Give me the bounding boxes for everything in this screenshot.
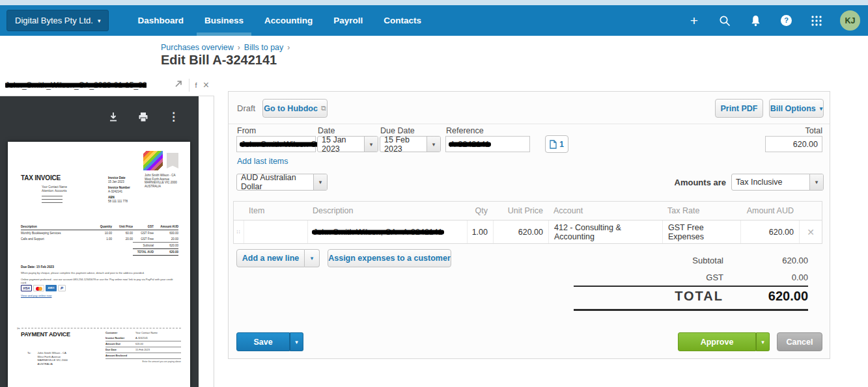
- amex-logo: AMEX: [46, 285, 57, 291]
- currency-select[interactable]: AUD Australian Dollar ▾: [236, 174, 328, 191]
- chevron-down-icon: ▾: [313, 174, 327, 190]
- top-strip: [0, 0, 868, 5]
- save-button[interactable]: Save ▾: [236, 332, 303, 351]
- remove-row-icon[interactable]: ✕: [799, 220, 822, 243]
- search-icon[interactable]: [718, 14, 732, 28]
- total-field[interactable]: 620.00: [765, 136, 822, 152]
- document-preview-panel: John_Smith_Wilson_CA_2023-01-15_62 f × ⋮…: [0, 75, 214, 387]
- invoice-total: TOTAL AUD 620.00: [21, 248, 178, 256]
- ribbon-logo: [167, 153, 178, 168]
- grand-total-label: TOTAL: [574, 289, 723, 304]
- due-date-field[interactable]: 15 Feb 2023 ▾: [380, 136, 441, 152]
- cut-line: ✂: [17, 326, 181, 330]
- attachments-button[interactable]: 1: [545, 135, 568, 153]
- chevron-down-icon: ▾: [98, 18, 101, 24]
- total-rule-bottom: [574, 309, 808, 311]
- page-title: Edit Bill A-3242141: [161, 53, 277, 68]
- drag-handle[interactable]: ⁞⁞: [234, 220, 244, 243]
- breadcrumb-purchases-overview[interactable]: Purchases overview: [161, 43, 234, 52]
- divider: [189, 79, 189, 92]
- from-field[interactable]: John Smith Wilson CA: [236, 136, 316, 152]
- pencils-image: [143, 151, 163, 170]
- cancel-button[interactable]: Cancel: [777, 332, 822, 351]
- gst-value: 0.00: [723, 273, 808, 282]
- tax-rate-cell[interactable]: GST Free Expenses: [662, 220, 740, 243]
- open-in-new-window-icon[interactable]: [174, 79, 183, 91]
- nav-contacts[interactable]: Contacts: [373, 5, 432, 36]
- help-icon[interactable]: ?: [779, 14, 793, 28]
- print-pdf-button[interactable]: Print PDF: [715, 99, 763, 118]
- go-to-hubdoc-button[interactable]: Go to Hubdoc ⧉: [262, 99, 328, 118]
- download-icon[interactable]: [108, 112, 119, 125]
- supplier-address: John Smith Wilson - CA West Forth Avenue…: [145, 174, 177, 188]
- chevron-down-icon: ▾: [820, 105, 823, 112]
- invoice-title: TAX INVOICE: [21, 174, 61, 181]
- date-field[interactable]: 15 Jan 2023 ▾: [317, 136, 378, 152]
- chevron-down-icon[interactable]: ▾: [305, 249, 320, 267]
- more-options-icon[interactable]: ⋮: [168, 112, 179, 125]
- add-new-line-button[interactable]: Add a new line ▾: [236, 249, 320, 267]
- invoice-meta: Invoice Date 15 Jan 2023 Invoice Number …: [108, 174, 130, 203]
- invoice-contact-block: Your Contact Name Attention: Accounts: [42, 185, 67, 203]
- online-payment-note: Online payment preferred - use our accou…: [21, 278, 177, 284]
- subtotal-label: Subtotal: [574, 256, 723, 265]
- print-icon[interactable]: [138, 112, 148, 125]
- nav-dashboard[interactable]: Dashboard: [127, 5, 194, 36]
- close-icon[interactable]: ×: [203, 81, 209, 90]
- subtotal-value: 620.00: [723, 256, 808, 265]
- invoice-row: Calls and Support 1.00 20.00 GST Free 20…: [21, 236, 178, 242]
- visa-logo: VISA: [21, 285, 32, 291]
- reference-field[interactable]: A-3242141: [445, 136, 530, 152]
- line-items-header: Item Description Qty Unit Price Account …: [234, 202, 822, 220]
- amount-cell[interactable]: 620.00: [740, 220, 799, 243]
- add-new-icon[interactable]: +: [687, 14, 701, 28]
- add-last-items-link[interactable]: Add last items: [237, 157, 288, 166]
- invoice-subtotal: Subtotal 620.00: [21, 242, 178, 248]
- file-icon: [550, 140, 557, 149]
- avatar[interactable]: KJ: [840, 10, 860, 31]
- chevron-down-icon: ▾: [364, 137, 378, 152]
- card-logos: VISA AMEX P: [21, 285, 66, 291]
- nav-business[interactable]: Business: [194, 5, 254, 36]
- due-date-label: Due Date: [380, 126, 415, 135]
- organisation-menu[interactable]: Digital Bytes Pty Ltd. ▾: [7, 10, 109, 31]
- invoice-page: TAX INVOICE Your Contact Name Attention:…: [8, 142, 190, 387]
- page-indicator: f: [195, 81, 197, 89]
- pay-online-link[interactable]: View and pay online now: [21, 294, 51, 297]
- external-link-icon: ⧉: [321, 104, 326, 113]
- breadcrumb-separator: ›: [287, 43, 290, 52]
- total-rule-top: [574, 286, 808, 287]
- account-cell[interactable]: 412 - Consulting & Accounting: [548, 220, 662, 243]
- main-nav: Dashboard Business Accounting Payroll Co…: [127, 5, 432, 36]
- breadcrumb-bills-to-pay[interactable]: Bills to pay: [244, 43, 283, 52]
- item-cell[interactable]: [244, 220, 307, 243]
- nav-accounting[interactable]: Accounting: [254, 5, 323, 36]
- invoice-row: Monthly Bookkeeping Services 10.00 60.00…: [21, 230, 178, 236]
- amounts-are-select[interactable]: Tax Inclusive ▾: [731, 174, 824, 191]
- attachment-header: John_Smith_Wilson_CA_2023-01-15_62 f ×: [0, 75, 214, 96]
- table-row: ⁞⁞ John Smith Wilson, CA - A-3242141 1.0…: [234, 220, 822, 243]
- attention-line: Attention: Accounts: [42, 189, 67, 193]
- invoice-table: Description Quantity Unit Price GST Amou…: [21, 224, 178, 256]
- payment-advice-title: PAYMENT ADVICE: [21, 331, 70, 338]
- bill-options-button[interactable]: Bill Options ▾: [769, 99, 824, 118]
- from-label: From: [237, 126, 256, 135]
- chevron-down-icon[interactable]: ▾: [756, 332, 770, 351]
- notifications-bell-icon[interactable]: [748, 14, 763, 28]
- total-label: Total: [743, 126, 822, 135]
- chevron-down-icon[interactable]: ▾: [290, 332, 303, 351]
- qty-cell[interactable]: 1.00: [467, 220, 493, 243]
- attachment-filename: John_Smith_Wilson_CA_2023-01-15_62: [5, 81, 147, 90]
- nav-payroll[interactable]: Payroll: [323, 5, 373, 36]
- line-items-table: Item Description Qty Unit Price Account …: [233, 201, 822, 244]
- date-label: Date: [318, 126, 335, 135]
- approve-button[interactable]: Approve ▾: [678, 332, 770, 351]
- apps-grid-icon[interactable]: [809, 14, 824, 28]
- amount-enclosed-hint: Enter the amount you are paying above: [105, 360, 181, 363]
- description-cell[interactable]: John Smith Wilson, CA - A-3242141: [307, 220, 467, 243]
- gst-label: GST: [574, 273, 723, 282]
- payment-advice-to: To: John Smith Wilson - CA West Forth Av…: [27, 351, 68, 366]
- divider: [229, 124, 830, 124]
- assign-expenses-button[interactable]: Assign expenses to a customer: [328, 249, 451, 267]
- unit-price-cell[interactable]: 620.00: [493, 220, 548, 243]
